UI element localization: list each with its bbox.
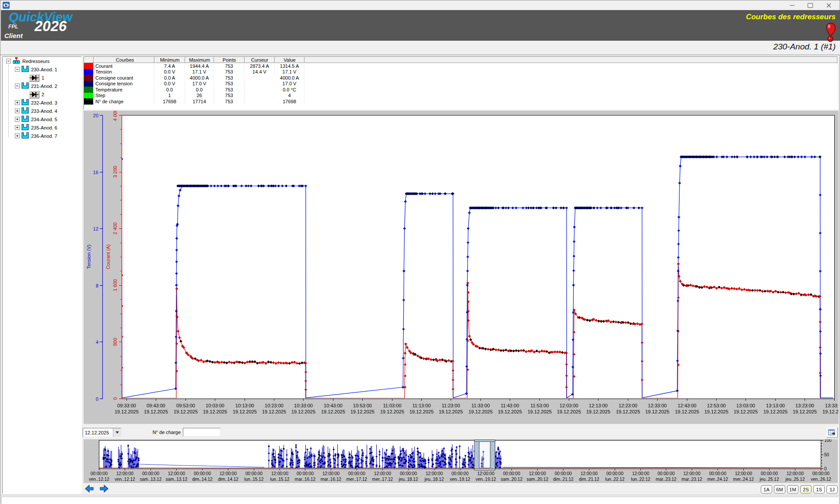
curve-value: 17698 (275, 99, 304, 104)
curve-name: Consigne tension (94, 81, 154, 86)
tree-item-label: 236-Anod. 7 (31, 133, 57, 139)
timeline-overview-canvas[interactable] (84, 439, 838, 487)
export-button[interactable] (826, 427, 838, 438)
tree-item-label: 2 (42, 92, 44, 97)
tree-item-label: 230-Anod. 1 (31, 67, 57, 72)
tree-item[interactable]: 232-Anod. 3 (3, 98, 81, 107)
zoom-range-button[interactable]: 1S (813, 485, 825, 494)
date-combo[interactable]: 12.12.2025 (83, 428, 121, 437)
tree-expand-toggle[interactable] (15, 84, 20, 88)
table-row[interactable]: Consigne courant 0.0 A 4000.0 A 753 4000… (84, 75, 837, 81)
zoom-range-button[interactable]: 1J (826, 485, 838, 494)
table-row[interactable]: Step 1 26 753 4 (84, 93, 837, 99)
title-bar (0, 0, 840, 10)
tree-expand-toggle[interactable] (15, 108, 20, 113)
curve-points: 753 (214, 63, 245, 69)
curve-max: 26 (185, 93, 214, 98)
curve-points: 753 (214, 99, 245, 104)
combo-dropdown-button[interactable] (113, 428, 121, 437)
curve-points: 753 (214, 87, 245, 92)
table-row[interactable]: Courant 7.4 A 1944.4 A 753 2873.4 A 1314… (84, 63, 837, 69)
export-table-icon (828, 429, 836, 436)
tank-icon (21, 107, 29, 115)
tank-icon (21, 132, 29, 140)
tree-expand-toggle[interactable] (15, 125, 20, 130)
next-arrow-button[interactable] (98, 484, 109, 493)
status-bar (0, 495, 840, 504)
timeline-nav (84, 484, 109, 493)
sub-header: 230-Anod. 1 (#1) (1, 41, 840, 55)
tree-item-label: 231-Anod. 2 (31, 84, 57, 89)
curve-color-swatch (84, 63, 94, 69)
close-button[interactable] (821, 0, 836, 10)
curve-color-swatch (84, 87, 94, 93)
curve-max: 4000.0 A (185, 75, 214, 80)
app-icon (3, 2, 10, 9)
tree-item[interactable]: 231-Anod. 2 (3, 82, 81, 90)
prev-arrow-button[interactable] (84, 484, 95, 493)
main-chart-canvas[interactable] (84, 111, 839, 424)
tree-expand-toggle[interactable] (15, 117, 20, 122)
col-curseur: Curseur (245, 57, 275, 63)
zoom-range-button[interactable]: 6M (774, 485, 785, 494)
tank-icon (21, 99, 29, 106)
ncharge-input[interactable] (183, 428, 220, 437)
col-courbes: Courbes (94, 57, 154, 63)
tree-item[interactable]: 2 (3, 90, 81, 98)
tree-expand-toggle[interactable] (15, 100, 20, 105)
curve-cursor: 14.4 V (245, 69, 275, 74)
curve-color-swatch (84, 69, 94, 75)
tree-item[interactable]: 230-Anod. 1 (3, 65, 81, 74)
tree-expand-toggle[interactable] (15, 67, 20, 72)
curve-color-swatch (84, 93, 94, 99)
rectifier-tree-panel: Redresseurs (2, 56, 82, 494)
tank-icon (21, 82, 29, 90)
curve-min: 17698 (154, 99, 185, 104)
tree-item[interactable]: 236-Anod. 7 (3, 132, 81, 140)
date-combo-value: 12.12.2025 (83, 430, 113, 435)
zoom-range-button[interactable]: 1A (761, 485, 772, 494)
curve-name: Step (94, 93, 154, 98)
curve-min: 1 (154, 93, 185, 98)
diode-icon (29, 74, 39, 82)
table-row[interactable]: Tension 0.0 V 17.1 V 753 14.4 V 17.1 V (84, 69, 837, 75)
view-title: Courbes des redresseurs (746, 13, 836, 21)
tree-item[interactable]: 235-Anod. 6 (3, 123, 81, 132)
table-row[interactable]: Température 0.0 0.0 753 0.0 °C (84, 87, 837, 93)
tank-icon (21, 124, 29, 131)
curve-min: 7.4 A (154, 63, 185, 69)
tree-item-label: 235-Anod. 6 (31, 125, 57, 130)
col-value: Value (275, 57, 304, 63)
curve-value: 4 (275, 93, 304, 98)
zoom-range-button[interactable]: 2S (800, 485, 812, 494)
curve-max: 0.0 (185, 87, 214, 92)
curve-points: 753 (214, 81, 245, 86)
curve-min: 0.0 A (154, 75, 185, 80)
tree-item-label: 1 (42, 75, 44, 80)
curve-max: 17714 (185, 99, 214, 104)
maximize-button[interactable] (803, 0, 818, 10)
network-icon (13, 57, 20, 65)
zoom-range-button[interactable]: 1M (787, 485, 798, 494)
tree-expand-toggle[interactable] (15, 133, 20, 138)
curve-value: 1314.5 A (275, 63, 304, 69)
curve-min: 0.0 (154, 87, 185, 92)
curve-value: 4000.0 A (275, 75, 304, 80)
chevron-down-icon (116, 431, 119, 434)
curve-name: Courant (94, 63, 154, 69)
curve-max: 1944.4 A (185, 63, 214, 69)
tree-item[interactable]: 234-Anod. 5 (3, 115, 81, 123)
tank-icon (21, 66, 29, 73)
tree-expand-toggle[interactable] (6, 59, 11, 63)
tree-item[interactable]: 233-Anod. 4 (3, 107, 81, 115)
curve-name: N° de charge (94, 99, 154, 104)
zoom-range-buttons: 1A 6M 1M 2S 1S 1J (761, 485, 838, 494)
table-row[interactable]: Consigne tension 0.0 V 17.0 V 753 17.0 V (84, 81, 837, 87)
tree-item[interactable]: 1 (3, 74, 81, 82)
col-points: Points (214, 57, 245, 63)
table-row[interactable]: N° de charge 17698 17714 753 17698 (84, 98, 837, 105)
curves-table-header: Courbes Minimum Maximum Points Curseur V… (84, 57, 837, 63)
curves-table: Courbes Minimum Maximum Points Curseur V… (84, 56, 838, 109)
minimize-button[interactable] (784, 0, 799, 10)
tree-item[interactable]: Redresseurs (3, 57, 81, 65)
